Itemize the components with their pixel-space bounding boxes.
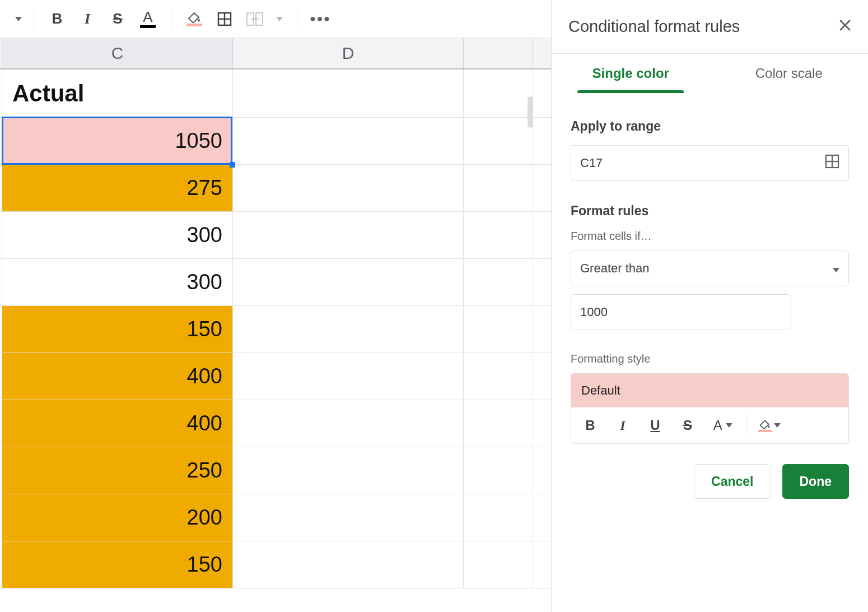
cell[interactable] bbox=[464, 353, 533, 400]
tab-color-scale[interactable]: Color scale bbox=[710, 54, 869, 93]
cell[interactable]: 250 bbox=[2, 447, 233, 494]
cell[interactable] bbox=[233, 353, 464, 400]
style-preview[interactable]: Default bbox=[571, 373, 849, 407]
condition-select[interactable]: Greater than bbox=[571, 251, 849, 286]
strike-button[interactable]: S bbox=[106, 7, 129, 31]
threshold-input[interactable]: 1000 bbox=[571, 294, 791, 330]
merge-cells-button[interactable] bbox=[243, 7, 267, 31]
cancel-button[interactable]: Cancel bbox=[694, 464, 771, 499]
column-header-e[interactable] bbox=[464, 38, 533, 68]
cell[interactable]: 275 bbox=[2, 165, 233, 211]
tab-single-color[interactable]: Single color bbox=[552, 54, 710, 93]
range-input[interactable]: C17 bbox=[571, 145, 849, 181]
cell[interactable] bbox=[233, 118, 464, 164]
cell[interactable] bbox=[464, 541, 533, 588]
cell[interactable] bbox=[464, 400, 533, 447]
style-preview-text: Default bbox=[581, 383, 620, 398]
more-menu-button[interactable]: ••• bbox=[309, 7, 332, 31]
more-dropdown[interactable] bbox=[7, 7, 30, 31]
cell[interactable] bbox=[233, 212, 464, 258]
style-strike-button[interactable]: S bbox=[673, 413, 702, 438]
column-header-c[interactable]: C bbox=[2, 38, 233, 68]
cell[interactable] bbox=[464, 306, 533, 353]
fill-color-button[interactable] bbox=[183, 7, 206, 31]
italic-button[interactable]: I bbox=[76, 7, 99, 31]
cell[interactable]: 200 bbox=[2, 494, 233, 541]
cell[interactable] bbox=[233, 165, 464, 211]
cell[interactable]: 300 bbox=[2, 212, 233, 258]
cell[interactable]: 300 bbox=[2, 259, 233, 305]
cell[interactable] bbox=[233, 69, 464, 117]
cell[interactable] bbox=[233, 400, 464, 447]
merge-dropdown[interactable] bbox=[273, 7, 286, 31]
style-toolbar: B I U S A bbox=[571, 407, 849, 444]
style-fill-color-button[interactable] bbox=[752, 413, 787, 438]
cell[interactable] bbox=[464, 447, 533, 494]
style-underline-button[interactable]: U bbox=[641, 413, 670, 438]
cell[interactable]: 1050 bbox=[2, 118, 233, 164]
format-cells-if-label: Format cells if… bbox=[571, 230, 849, 243]
cell[interactable] bbox=[233, 306, 464, 353]
done-button[interactable]: Done bbox=[782, 464, 850, 499]
column-header-d[interactable]: D bbox=[233, 38, 464, 68]
cell[interactable] bbox=[464, 212, 533, 258]
range-value: C17 bbox=[580, 156, 603, 170]
select-range-icon[interactable] bbox=[825, 154, 839, 172]
panel-tabs: Single color Color scale bbox=[552, 54, 868, 93]
cell[interactable] bbox=[464, 494, 533, 541]
cell[interactable] bbox=[233, 259, 464, 305]
cell[interactable] bbox=[233, 447, 464, 494]
panel-title: Conditional format rules bbox=[568, 17, 740, 36]
cell[interactable]: 150 bbox=[2, 541, 233, 588]
close-panel-button[interactable] bbox=[839, 18, 851, 35]
vertical-scrollbar-thumb[interactable] bbox=[528, 96, 533, 128]
header-cell-actual[interactable]: Actual bbox=[2, 69, 233, 117]
conditional-format-panel: Conditional format rules Single color Co… bbox=[551, 0, 868, 612]
cell[interactable]: 400 bbox=[2, 353, 233, 400]
chevron-down-icon bbox=[833, 261, 839, 276]
style-text-color-button[interactable]: A bbox=[706, 413, 740, 438]
apply-to-range-label: Apply to range bbox=[571, 119, 849, 134]
cell[interactable] bbox=[233, 541, 464, 588]
format-rules-label: Format rules bbox=[571, 203, 849, 219]
formatting-style-label: Formatting style bbox=[571, 353, 849, 365]
cell[interactable]: 150 bbox=[2, 306, 233, 353]
condition-value: Greater than bbox=[580, 261, 650, 276]
threshold-value: 1000 bbox=[580, 305, 608, 319]
borders-button[interactable] bbox=[213, 7, 236, 31]
cell[interactable] bbox=[233, 494, 464, 541]
bold-button[interactable]: B bbox=[45, 7, 69, 31]
cell[interactable] bbox=[464, 69, 533, 117]
style-bold-button[interactable]: B bbox=[576, 413, 605, 438]
cell[interactable] bbox=[464, 259, 533, 305]
panel-footer: Cancel Done bbox=[552, 444, 868, 519]
cell[interactable] bbox=[464, 118, 533, 164]
text-color-button[interactable]: A bbox=[136, 7, 160, 31]
cell[interactable] bbox=[464, 165, 533, 211]
style-italic-button[interactable]: I bbox=[608, 413, 637, 438]
fill-handle[interactable] bbox=[230, 162, 235, 168]
cell[interactable]: 400 bbox=[2, 400, 233, 447]
